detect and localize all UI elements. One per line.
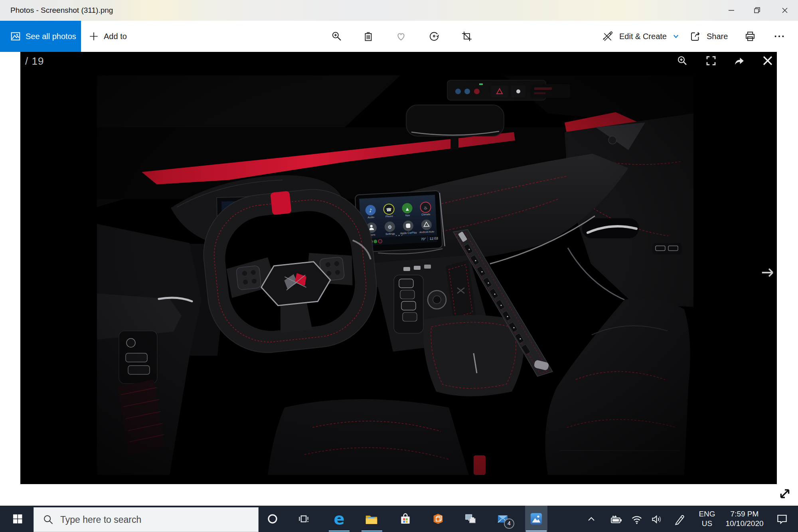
photos-gallery-icon <box>10 31 21 42</box>
task-view-button[interactable] <box>298 513 310 525</box>
favorite-heart-button[interactable] <box>395 30 407 42</box>
title-bar: Photos - Screenshot (311).png <box>0 0 798 21</box>
minimize-icon <box>727 6 735 14</box>
action-center-button[interactable] <box>776 513 788 526</box>
next-photo-button[interactable] <box>760 265 775 280</box>
see-all-photos-label: See all photos <box>26 32 76 41</box>
car-interior-photo: 1 2 3 4 5 6 7 0 mph P Performance 0.00 0… <box>97 75 693 475</box>
photo-viewer: / 19 <box>20 52 777 484</box>
volume-icon[interactable] <box>650 513 663 526</box>
see-all-photos-button[interactable]: See all photos <box>0 21 81 52</box>
edge-icon: e <box>334 510 344 528</box>
viewer-zoom-button[interactable] <box>676 55 688 67</box>
crop-button[interactable] <box>461 30 473 42</box>
close-icon <box>781 6 789 14</box>
share-label: Share <box>707 21 728 52</box>
plus-icon <box>89 31 99 42</box>
search-icon <box>43 514 54 525</box>
edit-create-label: Edit & Create <box>619 21 667 52</box>
fullscreen-button[interactable] <box>705 55 717 67</box>
restore-icon <box>753 6 761 14</box>
close-viewer-button[interactable] <box>762 55 774 67</box>
delete-button[interactable] <box>362 30 374 42</box>
3d-builder-button[interactable] <box>431 512 445 526</box>
file-explorer-button[interactable] <box>364 512 379 526</box>
edit-create-button[interactable]: Edit & Create <box>602 21 679 52</box>
edit-pencils-icon <box>602 30 614 42</box>
wifi-icon[interactable] <box>630 513 643 526</box>
taskbar: e 4 <box>0 506 798 532</box>
photos-app-active-cell[interactable] <box>525 506 547 532</box>
mail-button[interactable]: 4 <box>496 512 512 528</box>
language-indicator[interactable]: ENG US <box>695 509 719 528</box>
tray-time: 7:59 PM <box>720 509 769 519</box>
start-button[interactable] <box>12 513 23 524</box>
add-to-button[interactable]: Add to <box>89 21 127 52</box>
photos-running-indicator <box>526 530 547 532</box>
minimize-button[interactable] <box>722 0 741 21</box>
language-line1: ENG <box>695 509 719 519</box>
search-input[interactable] <box>59 514 237 526</box>
zoom-button[interactable] <box>331 30 343 42</box>
chevron-down-icon <box>672 33 679 40</box>
command-bar: See all photos Add to Edit & Create <box>0 21 798 52</box>
taskbar-search[interactable] <box>34 507 259 532</box>
photos-app-icon <box>529 512 543 526</box>
add-to-label: Add to <box>104 21 127 52</box>
clock[interactable]: 7:59 PM 10/10/2020 <box>720 509 769 528</box>
share-button[interactable]: Share <box>689 21 728 52</box>
resize-diagonal-button[interactable] <box>776 485 794 503</box>
edge-running-indicator <box>329 530 350 532</box>
language-line2: US <box>695 519 719 528</box>
more-options-button[interactable] <box>773 30 785 42</box>
battery-icon[interactable] <box>610 513 622 526</box>
explorer-running-indicator <box>361 530 382 532</box>
rotate-button[interactable] <box>428 30 440 42</box>
store-button[interactable] <box>399 512 412 526</box>
pen-icon[interactable] <box>674 513 686 526</box>
share-icon <box>689 30 701 42</box>
photo-counter: / 19 <box>25 55 44 67</box>
tray-chevron-up-icon[interactable] <box>587 514 596 524</box>
cortana-button[interactable] <box>267 513 279 525</box>
taskbar-edge-button[interactable]: e <box>330 510 348 529</box>
print-scan-app-button[interactable] <box>464 512 477 526</box>
print-button[interactable] <box>744 30 756 42</box>
close-window-button[interactable] <box>776 0 794 21</box>
tray-date: 10/10/2020 <box>720 519 769 528</box>
viewer-share-button[interactable] <box>733 55 745 67</box>
window-title: Photos - Screenshot (311).png <box>10 0 113 21</box>
restore-button[interactable] <box>748 0 766 21</box>
mail-badge: 4 <box>504 518 514 529</box>
